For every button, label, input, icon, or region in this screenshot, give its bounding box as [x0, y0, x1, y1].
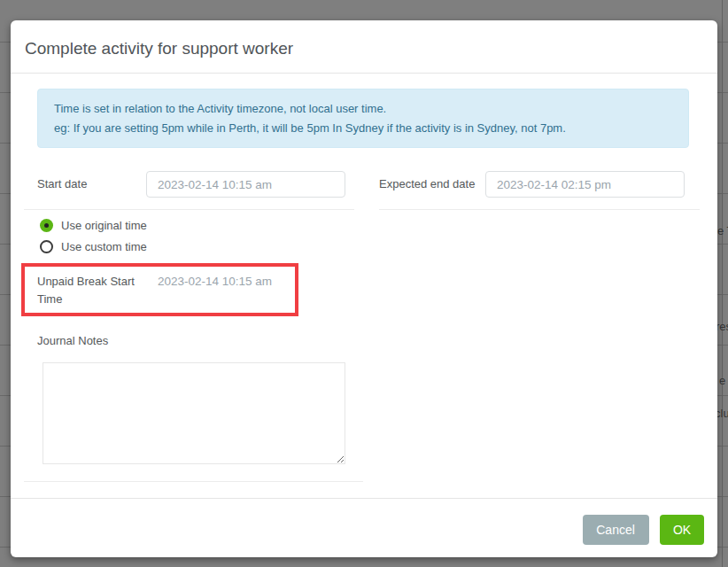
- complete-activity-dialog: Complete activity for support worker Tim…: [11, 20, 717, 557]
- ok-button[interactable]: OK: [660, 515, 704, 545]
- start-date-label: Start date: [37, 171, 146, 198]
- radio-use-original-time[interactable]: Use original time: [40, 214, 147, 236]
- radio-selected-icon[interactable]: [40, 219, 53, 232]
- radio-label: Use original time: [61, 219, 147, 232]
- dialog-title: Complete activity for support worker: [25, 39, 293, 58]
- radio-unselected-icon[interactable]: [40, 240, 53, 253]
- journal-notes-textarea[interactable]: [43, 362, 345, 464]
- dialog-footer: Cancel OK: [11, 498, 717, 557]
- time-mode-radio-group: Use original time Use custom time: [40, 214, 147, 257]
- screen: e T res e clu Complete activity for supp…: [0, 0, 728, 567]
- cancel-button[interactable]: Cancel: [583, 515, 649, 545]
- radio-use-custom-time[interactable]: Use custom time: [40, 236, 147, 257]
- unpaid-break-label: Unpaid Break Start Time: [37, 273, 158, 308]
- expected-end-date-label: Expected end date: [379, 171, 485, 198]
- expected-end-date-group: Expected end date: [379, 171, 700, 210]
- journal-group-divider: [24, 481, 363, 482]
- timezone-info-box: Time is set in relation to the Activity …: [37, 89, 689, 148]
- info-line-1: Time is set in relation to the Activity …: [54, 99, 672, 119]
- unpaid-break-value: 2023-02-14 10:15 am: [158, 273, 272, 308]
- info-line-2: eg: If you are setting 5pm while in Pert…: [54, 119, 672, 138]
- expected-end-date-input[interactable]: [485, 171, 685, 198]
- start-date-input[interactable]: [146, 171, 345, 198]
- start-date-group: Start date: [24, 171, 354, 210]
- radio-label: Use custom time: [61, 240, 147, 253]
- journal-notes-label: Journal Notes: [37, 334, 108, 347]
- dialog-header: Complete activity for support worker: [11, 20, 717, 74]
- unpaid-break-start-time-group: Unpaid Break Start Time 2023-02-14 10:15…: [37, 273, 272, 308]
